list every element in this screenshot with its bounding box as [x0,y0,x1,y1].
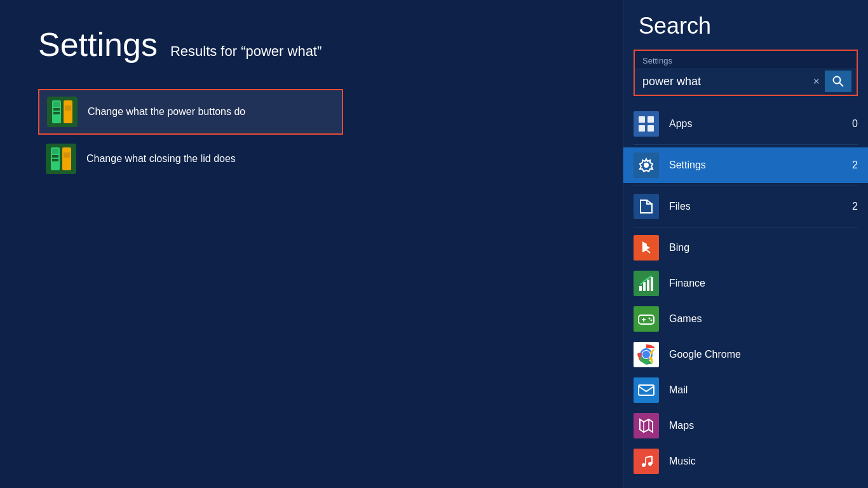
sidebar-item-mail[interactable]: Mail [623,372,868,408]
sidebar-item-music[interactable]: Music [623,444,868,479]
svg-rect-10 [62,147,71,170]
svg-rect-21 [639,286,642,291]
apps-icon [634,111,659,137]
main-content: Settings Results for “power what” Change… [0,0,623,488]
power-buttons-label: Change what the power buttons do [88,106,245,118]
svg-rect-7 [46,144,76,174]
svg-rect-6 [53,112,60,114]
svg-rect-12 [52,155,58,158]
svg-rect-11 [64,152,70,158]
finance-icon [634,271,659,296]
sidebar-item-google-chrome[interactable]: Google Chrome [623,337,868,372]
svg-rect-18 [639,125,645,132]
maps-icon [634,413,659,438]
svg-line-41 [646,456,652,458]
finance-label: Finance [669,278,845,289]
sidebar-item-finance[interactable]: Finance [623,266,868,301]
bing-label: Bing [669,242,845,254]
music-label: Music [669,456,845,467]
svg-rect-23 [647,280,649,291]
results-list: Change what the power buttons do Change … [38,89,585,180]
settings-label: Settings [669,159,845,171]
files-icon [634,194,659,219]
search-category-label: Settings [635,51,857,68]
sidebar-item-files[interactable]: Files 2 [623,189,868,224]
search-input[interactable] [640,71,808,92]
page-title: Settings [38,25,158,64]
google-chrome-label: Google Chrome [669,349,845,360]
google-chrome-icon [634,342,659,367]
sidebar-item-settings[interactable]: Settings 2 [623,147,868,183]
power-buttons-icon [47,97,78,127]
search-input-row: × [635,68,857,95]
search-clear-button[interactable]: × [808,72,825,91]
divider-files-bing [634,227,858,227]
search-submit-button[interactable] [825,71,851,92]
search-icon [832,76,844,87]
svg-rect-3 [64,100,72,123]
search-panel: Settings × [634,50,858,96]
mail-label: Mail [669,384,845,396]
svg-point-20 [644,163,649,168]
svg-point-14 [834,77,841,84]
sidebar: Search Settings × [623,0,868,488]
divider-settings-files [634,186,858,186]
closing-lid-icon [46,144,76,174]
result-item-power-buttons[interactable]: Change what the power buttons do [38,89,343,135]
apps-count: 0 [845,118,858,130]
sidebar-item-bing[interactable]: Bing [623,230,868,266]
sidebar-item-apps[interactable]: Apps 0 [623,106,868,142]
header-section: Settings Results for “power what” [38,25,585,64]
result-item-closing-lid[interactable]: Change what closing the lid does [38,137,343,180]
svg-rect-0 [47,97,78,127]
svg-rect-16 [639,116,645,123]
svg-rect-2 [53,102,60,107]
svg-point-33 [642,351,650,358]
svg-rect-19 [648,125,654,132]
svg-rect-5 [53,108,60,111]
svg-rect-13 [52,159,58,161]
maps-label: Maps [669,420,845,431]
files-label: Files [669,201,845,212]
files-count: 2 [845,201,858,212]
svg-rect-9 [52,149,58,154]
music-icon [634,449,659,474]
closing-lid-label: Change what closing the lid does [86,153,236,165]
mail-icon [634,377,659,403]
svg-rect-4 [65,105,71,111]
games-label: Games [669,313,845,325]
games-icon [634,306,659,332]
svg-rect-34 [639,385,654,395]
apps-list: Apps 0 Settings 2 Files [623,106,868,479]
svg-point-28 [649,318,651,320]
settings-count: 2 [845,159,858,171]
svg-rect-24 [651,277,653,291]
apps-label: Apps [669,118,845,130]
svg-rect-17 [648,116,654,123]
bing-icon [634,235,659,261]
results-subtitle: Results for “power what” [170,43,322,60]
svg-rect-22 [643,282,646,291]
sidebar-item-games[interactable]: Games [623,301,868,337]
search-header-title: Search [623,0,868,50]
svg-line-15 [839,83,843,86]
settings-icon [634,152,659,178]
svg-point-29 [651,320,653,322]
sidebar-item-maps[interactable]: Maps [623,408,868,444]
divider-apps-settings [634,144,858,145]
